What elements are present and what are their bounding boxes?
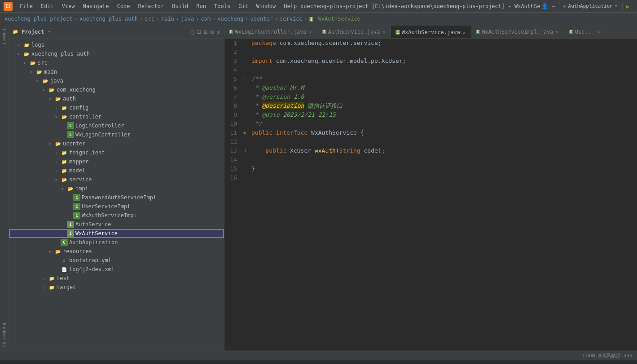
sidebar-locate[interactable]: ◎: [191, 28, 194, 35]
class-icon: C: [73, 203, 80, 210]
folder-icon: 📁: [48, 275, 55, 282]
tree-item-feignclient[interactable]: ›📁feignclient: [9, 148, 224, 157]
bc-service[interactable]: service: [280, 16, 303, 22]
bc-com[interactable]: com: [201, 16, 211, 22]
close-wxauthserviceimpl[interactable]: ✕: [555, 30, 559, 35]
tab-use[interactable]: C Use... ✕: [564, 26, 606, 38]
tree-item-java[interactable]: ▾📂java: [9, 76, 224, 85]
code-text: package com.xuecheng.ucenter.service;: [250, 39, 637, 48]
gutter-icon[interactable]: −: [241, 75, 250, 83]
code-line: 7 * @version 1.0: [224, 92, 637, 101]
sidebar-filter[interactable]: ⊞: [204, 28, 207, 35]
tree-label: com.xuecheng: [57, 87, 96, 93]
menu-view[interactable]: View: [58, 2, 79, 10]
menu-git[interactable]: Git: [235, 2, 252, 10]
sidebar-close[interactable]: ✕: [217, 28, 220, 35]
tree-item-main[interactable]: ▾📂main: [9, 67, 224, 76]
tree-item-mapper[interactable]: ›📁mapper: [9, 157, 224, 166]
tree-item-impl[interactable]: ▾📂impl: [9, 184, 224, 193]
tree-item-model[interactable]: ›📁model: [9, 166, 224, 175]
tree-item-auth[interactable]: ▾📂auth: [9, 94, 224, 103]
titlebar: IJ File Edit View Navigate Code Refactor…: [0, 0, 637, 13]
tree-item-WxAuthService[interactable]: IWxAuthService: [9, 229, 224, 238]
tree-item-com-xuecheng[interactable]: ▾📂com.xuecheng: [9, 85, 224, 94]
tab-wxlogincontroller[interactable]: C WxLoginController.java ✕: [224, 26, 317, 38]
bookmarks-tab[interactable]: Bookmarks: [1, 319, 8, 351]
tree-item-resources[interactable]: ▾📂resources: [9, 247, 224, 256]
class-icon: C: [73, 194, 80, 201]
tree-label: WxLoginController: [75, 132, 131, 138]
menu-navigate[interactable]: Navigate: [79, 2, 113, 10]
menu-file[interactable]: File: [16, 2, 36, 10]
code-line: 11▶public interface WxAuthService {: [224, 128, 637, 137]
folder-icon: 📂: [54, 95, 62, 102]
project-sidebar: 📁 Project ▾ ◎ ⊟ ⊞ ⚙ ✕ ›📁logs▾📂xuecheng-p…: [9, 25, 224, 351]
folder-icon: 📂: [42, 77, 49, 84]
tab-wxauthserviceimpl[interactable]: C WxAuthServiceImpl.java ✕: [471, 26, 564, 38]
gutter-icon: [241, 57, 250, 66]
line-number: 11: [224, 128, 241, 137]
tree-item-target[interactable]: ›📁target: [9, 283, 224, 292]
tree-item-WxAuthServiceImpl[interactable]: CWxAuthServiceImpl: [9, 211, 224, 220]
bc-module[interactable]: xuecheng-plus-auth: [79, 16, 138, 22]
tree-item-logs[interactable]: ›📁logs: [9, 40, 224, 49]
tree-item-LoginController[interactable]: CLoginController: [9, 121, 224, 130]
tab-authservice[interactable]: I AuthService.java ✕: [317, 26, 391, 38]
code-line: 10 */: [224, 119, 637, 128]
menu-bar: File Edit View Navigate Code Refactor Bu…: [16, 2, 300, 10]
sidebar-collapse[interactable]: ⊟: [197, 28, 201, 35]
tree-item-service[interactable]: ▾📂service: [9, 175, 224, 184]
bc-src[interactable]: src: [145, 16, 154, 22]
tree-item-PasswordAuthServiceImpl[interactable]: CPasswordAuthServiceImpl: [9, 193, 224, 202]
menu-code[interactable]: Code: [114, 2, 134, 10]
folder-icon: 📂: [23, 50, 30, 57]
profile-icon[interactable]: 👤: [541, 3, 548, 9]
run-button[interactable]: ▶: [626, 3, 630, 10]
bc-xuecheng[interactable]: xuecheng: [217, 16, 243, 22]
tree-item-config[interactable]: ›📁config: [9, 103, 224, 112]
code-line: 13⬇ public XcUser wxAuth(String code);: [224, 146, 637, 155]
back-icon[interactable]: ←: [552, 3, 555, 9]
tab-wxauthservice[interactable]: I WxAuthService.java ✕: [391, 26, 471, 38]
folder-icon: 📁: [23, 41, 30, 48]
tree-item-src[interactable]: ▾📂src: [9, 58, 224, 67]
close-wxauthservice[interactable]: ✕: [462, 30, 466, 35]
tree-item-log4j2-dev-xml[interactable]: 📄log4j2-dev.xml: [9, 265, 224, 274]
close-use[interactable]: ✕: [596, 30, 601, 35]
gutter-icon[interactable]: ⬇: [241, 146, 250, 155]
close-authservice[interactable]: ✕: [382, 30, 386, 35]
menu-run[interactable]: Run: [193, 2, 210, 10]
tree-item-WxLoginController[interactable]: CWxLoginController: [9, 130, 224, 139]
tree-item-UserServiceImpl[interactable]: CUserServiceImpl: [9, 202, 224, 211]
bc-project[interactable]: xuecheng-plus-project: [4, 16, 73, 22]
run-config[interactable]: ▶ AuthApplication ▾: [559, 2, 623, 10]
menu-build[interactable]: Build: [168, 2, 192, 10]
gutter-icon[interactable]: ▶: [241, 128, 250, 137]
menu-refactor[interactable]: Refactor: [134, 2, 167, 10]
sidebar-dropdown[interactable]: ▾: [48, 29, 51, 34]
code-text: [250, 48, 637, 57]
line-number: 15: [224, 164, 241, 173]
tree-item-xuecheng-plus-auth[interactable]: ▾📂xuecheng-plus-auth: [9, 49, 224, 58]
tree-item-bootstrap-yml[interactable]: ⚙bootstrap.yml: [9, 256, 224, 265]
bc-ucenter[interactable]: ucenter: [250, 16, 273, 22]
menu-window[interactable]: Window: [253, 2, 279, 10]
bc-main[interactable]: main: [161, 16, 174, 22]
tree-label: WxAuthService: [75, 230, 118, 237]
bc-java[interactable]: java: [181, 16, 194, 22]
code-line: 9 * @date 2023/2/21 22:15: [224, 110, 637, 119]
sidebar-settings[interactable]: ⚙: [210, 28, 214, 35]
tree-item-controller[interactable]: ▾📂controller: [9, 112, 224, 121]
menu-edit[interactable]: Edit: [37, 2, 57, 10]
tree-item-AuthService[interactable]: IAuthService: [9, 220, 224, 229]
menu-help[interactable]: Help: [280, 2, 300, 10]
commit-tab[interactable]: Commit: [1, 25, 8, 48]
close-wxlogincontroller[interactable]: ✕: [308, 30, 312, 35]
menu-tools[interactable]: Tools: [211, 2, 234, 10]
tree-item-AuthApplication[interactable]: CAuthApplication: [9, 238, 224, 247]
tree-item-test[interactable]: ›📁test: [9, 274, 224, 283]
tree-label: feignclient: [69, 149, 105, 156]
tree-label: bootstrap.yml: [69, 257, 111, 263]
tree-label: mapper: [69, 158, 88, 165]
tree-item-ucenter[interactable]: ▾📂ucenter: [9, 139, 224, 148]
